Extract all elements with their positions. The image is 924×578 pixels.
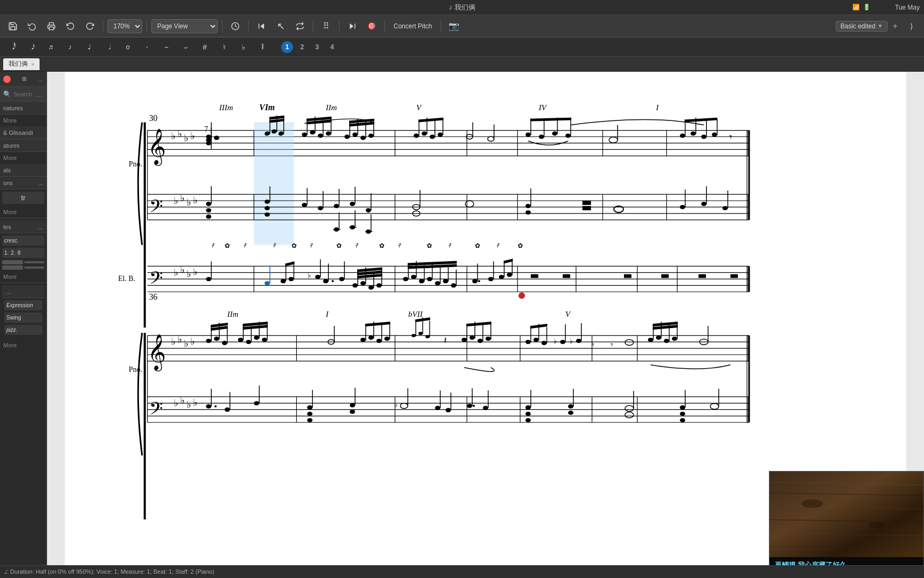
sep-2 xyxy=(147,20,147,33)
refresh-button[interactable] xyxy=(24,19,41,34)
note-32nd-button[interactable]: 𝅘𝅥𝅯 xyxy=(24,40,40,55)
redo-button[interactable] xyxy=(81,19,98,34)
refresh2-button[interactable] xyxy=(227,19,244,34)
slur2-button[interactable]: 𝄃 xyxy=(255,40,271,55)
svg-point-397 xyxy=(526,412,531,416)
svg-point-378 xyxy=(307,412,312,416)
misc-ellipsis[interactable]: … xyxy=(37,180,43,186)
svg-point-222 xyxy=(435,281,440,285)
view-select[interactable]: Page View Continuous View xyxy=(151,19,218,33)
svg-point-219 xyxy=(411,275,417,279)
print-button[interactable] xyxy=(43,19,60,34)
svg-text:♭: ♭ xyxy=(174,398,178,408)
cursor-button[interactable]: ↖ xyxy=(272,19,289,34)
voice-4-button[interactable]: 4 xyxy=(326,41,338,53)
svg-rect-246 xyxy=(563,274,570,278)
natural-button[interactable]: ♮ xyxy=(216,40,232,55)
flat-button[interactable]: ♭ xyxy=(235,40,251,55)
save-button[interactable] xyxy=(4,19,21,34)
section-tools: als xyxy=(0,164,47,177)
panel-expressions-section: tes … cresc. 1. 2. 8 xyxy=(0,218,47,271)
more-natures-button[interactable]: More xyxy=(0,115,47,126)
voice-1-button[interactable]: 1 xyxy=(281,41,293,53)
svg-text:♭: ♭ xyxy=(190,336,195,347)
status-dropdown-arrow: ▼ xyxy=(877,23,883,29)
svg-point-391 xyxy=(467,404,472,408)
camera-button[interactable]: 📷 xyxy=(445,19,463,34)
note-8th-button[interactable]: ♪ xyxy=(62,40,78,55)
svg-text:♭: ♭ xyxy=(193,267,197,277)
svg-point-55 xyxy=(368,134,374,138)
note-quarter-button[interactable]: ♩ xyxy=(81,40,97,55)
svg-point-210 xyxy=(376,283,382,287)
section-expressions: tes … xyxy=(0,220,47,233)
playback-button[interactable]: 🎯 xyxy=(363,19,380,34)
svg-text:♭: ♭ xyxy=(187,269,191,279)
svg-point-130 xyxy=(366,208,371,212)
svg-point-44 xyxy=(318,134,323,138)
svg-text:♭: ♭ xyxy=(184,338,188,349)
voice-2-button[interactable]: 2 xyxy=(296,41,308,53)
panel-close-button[interactable] xyxy=(3,75,11,83)
svg-point-128 xyxy=(350,202,355,206)
sharp-button[interactable]: # xyxy=(197,40,213,55)
svg-point-76 xyxy=(539,135,544,139)
svg-point-301 xyxy=(384,337,390,341)
more-expressions-button[interactable]: More xyxy=(0,271,47,283)
tab-close-button[interactable]: × xyxy=(31,61,34,67)
svg-point-30 xyxy=(206,135,211,139)
svg-point-387 xyxy=(435,406,440,410)
add-tab-button[interactable]: + xyxy=(890,21,900,32)
sep-6 xyxy=(339,20,340,33)
svg-text:𝄞: 𝄞 xyxy=(148,128,166,166)
note-tie-button[interactable]: ⌢ xyxy=(158,40,174,55)
status-badge[interactable]: Basic edited ▼ xyxy=(836,21,888,32)
svg-text:𝄢: 𝄢 xyxy=(149,197,163,220)
cresc-card[interactable]: cresc. xyxy=(2,235,44,246)
note-half-button[interactable]: 𝅗𝅥 xyxy=(101,40,117,55)
wifi-icon: 📶 xyxy=(852,4,860,11)
svg-point-240 xyxy=(507,272,512,277)
fast-forward-button[interactable] xyxy=(344,19,361,34)
volta-1-card[interactable]: 1. 2. 8 xyxy=(2,248,44,258)
voice-3-button[interactable]: 3 xyxy=(311,41,323,53)
svg-point-224 xyxy=(451,283,456,287)
svg-text:Pno.: Pno. xyxy=(129,366,142,374)
note-whole-button[interactable]: o xyxy=(120,40,136,55)
more-features-button[interactable]: More xyxy=(0,152,47,164)
loop-button[interactable] xyxy=(291,19,309,34)
expression-card[interactable]: Expression xyxy=(4,300,42,310)
panel-toggle-button[interactable]: ⟩ xyxy=(903,19,920,34)
note-64th-button[interactable]: 𝅘𝅥𝅱 xyxy=(4,40,20,55)
note-slur-button[interactable]: ⌣ xyxy=(178,40,194,55)
section-features: atures xyxy=(0,139,47,152)
panel-header: ⊞ … xyxy=(0,72,47,87)
search-input[interactable] xyxy=(13,91,34,97)
svg-text:♭: ♭ xyxy=(190,131,195,141)
trill-card[interactable]: tr xyxy=(2,192,44,204)
zoom-select[interactable]: 170% 100% 150% 200% xyxy=(107,19,142,33)
expr-ellipsis[interactable]: … xyxy=(37,224,43,230)
svg-rect-0 xyxy=(49,27,53,29)
score-tab[interactable]: 我们俩 × xyxy=(3,58,40,70)
more-misc-button[interactable]: More xyxy=(0,206,47,218)
svg-point-316 xyxy=(469,336,475,340)
svg-text:✿: ✿ xyxy=(291,242,297,249)
svg-point-52 xyxy=(344,135,350,139)
swing-card[interactable]: Swing xyxy=(4,313,42,323)
svg-point-335 xyxy=(576,339,581,343)
svg-point-288 xyxy=(254,336,259,340)
rewind-button[interactable] xyxy=(253,19,270,34)
svg-text:𝄢: 𝄢 xyxy=(149,399,163,423)
more-tempo-button[interactable]: More xyxy=(0,339,47,351)
svg-rect-7 xyxy=(144,123,146,328)
svg-point-286 xyxy=(238,338,243,342)
note-dot-button[interactable]: · xyxy=(139,40,155,55)
pizz-card[interactable]: pizz. xyxy=(4,325,42,335)
svg-text:I: I xyxy=(325,310,329,318)
svg-text:♭: ♭ xyxy=(307,271,311,279)
note-16th-button[interactable]: ♬ xyxy=(43,40,59,55)
svg-point-137 xyxy=(526,210,531,215)
undo-button[interactable] xyxy=(62,19,79,34)
mixer-button[interactable]: ⠿ xyxy=(318,19,335,34)
